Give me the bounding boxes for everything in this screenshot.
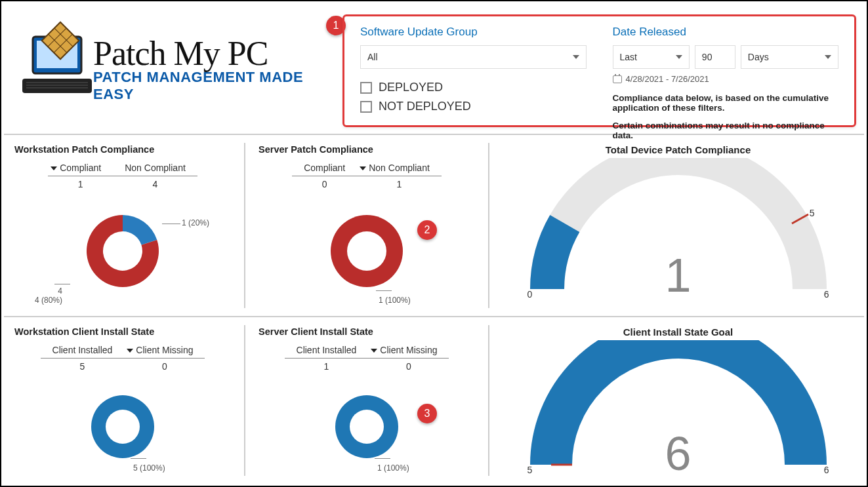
svg-point-17 [350, 410, 384, 444]
sort-icon[interactable] [360, 166, 366, 170]
col-header[interactable]: Client Missing [136, 345, 193, 355]
chevron-down-icon [676, 55, 682, 59]
gauge-target: 5 [810, 208, 815, 218]
chevron-down-icon [825, 55, 831, 59]
tile-client-goal[interactable]: Client Install State Goal 6 5 6 [489, 319, 867, 482]
col-header[interactable]: Client Missing [380, 345, 437, 355]
sort-icon[interactable] [51, 166, 57, 170]
divider [4, 316, 864, 317]
cell: 4 [113, 176, 197, 193]
col-header[interactable]: Client Installed [52, 345, 113, 355]
tile-workstation-patch[interactable]: Workstation Patch Compliance CompliantNo… [1, 136, 244, 315]
gauge-min: 0 [527, 289, 533, 300]
slice-label: 44 (80%) [47, 286, 62, 305]
chevron-down-icon [573, 55, 579, 59]
tile-title: Server Client Install State [258, 326, 475, 337]
deployed-label: DEPLOYED [379, 81, 443, 94]
col-header[interactable]: Client Installed [297, 345, 357, 355]
slice-label: 1 (100%) [377, 463, 409, 473]
leader-line [131, 458, 146, 459]
leader-line [162, 224, 180, 224]
date-value: 90 [702, 52, 713, 62]
col-header[interactable]: Compliant [304, 163, 345, 173]
gauge-max: 6 [824, 289, 829, 300]
not-deployed-label: NOT DEPLOYED [379, 100, 471, 113]
legend-table: Client InstalledClient Missing 50 [41, 342, 205, 374]
legend-table: CompliantNon Compliant 01 [292, 160, 442, 192]
cell: 0 [292, 176, 357, 193]
donut-chart[interactable]: 1 (100%) [314, 199, 419, 303]
brand-tagline: PATCH MANAGEMENT MADE EASY [93, 69, 342, 103]
filter-group-label: Software Update Group [360, 26, 587, 39]
cell: 5 [41, 359, 125, 375]
legend-table: Client InstalledClient Missing 10 [285, 342, 449, 374]
cell: 1 [48, 176, 113, 193]
gauge-max: 6 [824, 465, 829, 475]
date-unit-value: Days [748, 52, 769, 62]
donut-chart[interactable]: 1 (20%) 44 (80%) [70, 199, 175, 303]
donut-chart[interactable]: 5 (100%) [70, 381, 175, 473]
tile-title: Server Patch Compliance [258, 144, 475, 155]
tile-title: Total Device Patch Compliance [503, 144, 854, 155]
date-range-text: 4/28/2021 - 7/26/2021 [626, 74, 709, 84]
slice-label: 1 (20%) [182, 218, 209, 227]
donut-chart[interactable]: 1 (100%) [314, 381, 419, 473]
tile-title: Workstation Client Install State [14, 326, 231, 337]
slice-label: 1 (100%) [379, 296, 411, 305]
svg-point-15 [106, 410, 140, 444]
date-mode-value: Last [620, 52, 637, 62]
logo-icon [21, 14, 93, 132]
not-deployed-checkbox[interactable] [360, 101, 372, 113]
gauge-value: 1 [665, 248, 691, 302]
legend-table: CompliantNon Compliant 14 [48, 160, 197, 192]
date-value-input[interactable]: 90 [695, 45, 735, 69]
col-header[interactable]: Compliant [60, 163, 101, 173]
cell: 0 [368, 359, 449, 375]
cell: 0 [124, 359, 205, 375]
cell: 1 [285, 359, 369, 375]
deployed-checkbox[interactable] [360, 82, 372, 94]
svg-point-12 [347, 231, 386, 271]
tile-server-patch[interactable]: Server Patch Compliance CompliantNon Com… [245, 136, 488, 315]
col-header[interactable]: Non Compliant [125, 163, 186, 173]
filter-group-value: All [367, 52, 378, 62]
tile-workstation-client[interactable]: Workstation Client Install State Client … [1, 319, 244, 482]
gauge-chart[interactable]: 6 5 6 [527, 340, 829, 469]
leader-line [376, 290, 392, 291]
tile-title: Workstation Patch Compliance [14, 144, 231, 155]
filter-note-1: Compliance data below, is based on the c… [613, 93, 839, 113]
tile-server-client[interactable]: Server Client Install State Client Insta… [245, 319, 488, 482]
gauge-value: 6 [665, 427, 691, 480]
date-unit-select[interactable]: Days [741, 45, 838, 69]
date-mode-select[interactable]: Last [613, 45, 690, 69]
leader-line [375, 458, 390, 459]
filter-group-select[interactable]: All [360, 45, 587, 69]
filter-date-label: Date Released [613, 26, 839, 39]
leader-line [54, 284, 70, 284]
tile-total-patch[interactable]: Total Device Patch Compliance 1 0 6 5 [489, 136, 867, 315]
tile-title: Client Install State Goal [503, 326, 854, 338]
sort-icon[interactable] [371, 349, 377, 353]
brand-logo: Patch My PC PATCH MANAGEMENT MADE EASY [1, 1, 342, 132]
gauge-target: 5 [527, 465, 533, 475]
calendar-icon [613, 75, 622, 83]
brand-name: Patch My PC [93, 34, 342, 73]
slice-label: 5 (100%) [133, 463, 165, 473]
sort-icon[interactable] [127, 349, 133, 353]
svg-rect-2 [22, 79, 92, 93]
filter-panel: Software Update Group All DEPLOYED NOT D… [342, 14, 856, 127]
col-header[interactable]: Non Compliant [369, 163, 430, 173]
gauge-chart[interactable]: 1 0 6 5 [527, 158, 829, 296]
cell: 1 [357, 176, 442, 193]
